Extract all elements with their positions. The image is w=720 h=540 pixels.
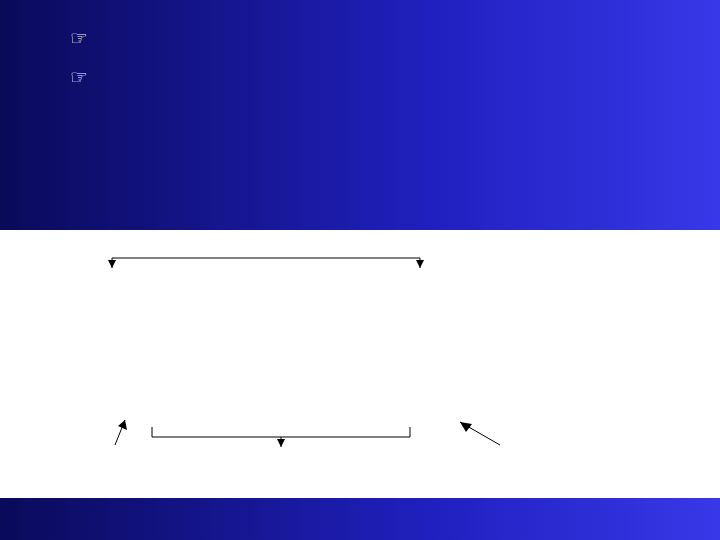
- slide: ☞ ☞: [0, 0, 720, 540]
- slide-title: [0, 0, 720, 10]
- buffered-annotation: [152, 427, 410, 447]
- bullet-marker-icon: ☞: [70, 66, 94, 88]
- timeout-bracket: [108, 258, 424, 268]
- error-annotation: [115, 420, 127, 445]
- bullet-list: ☞ ☞: [0, 10, 720, 93]
- svg-marker-7: [460, 422, 472, 432]
- svg-marker-5: [277, 439, 285, 447]
- bullet-item: ☞: [70, 59, 680, 94]
- bullet-marker-icon: ☞: [70, 27, 94, 49]
- svg-marker-1: [416, 260, 424, 268]
- bullet-item: ☞: [70, 20, 680, 55]
- svg-marker-3: [118, 420, 127, 430]
- passed-annotation: [460, 422, 500, 445]
- selective-repeat-diagram: [0, 230, 720, 500]
- svg-marker-0: [108, 260, 116, 268]
- footer-bar: [0, 498, 720, 540]
- diagram-panel: [0, 230, 720, 500]
